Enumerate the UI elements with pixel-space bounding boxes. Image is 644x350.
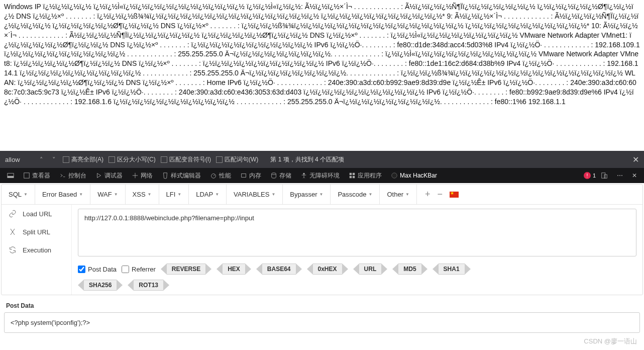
tab-storage[interactable]: 存储 xyxy=(266,168,295,183)
svg-rect-2 xyxy=(24,173,30,179)
tab-accessibility[interactable]: 无障碍环境 xyxy=(296,168,344,183)
post-data-input[interactable]: <?php system('ipconfig');?> xyxy=(4,312,640,333)
encoder-rot13[interactable]: ROT13 xyxy=(128,280,169,291)
watermark: CSDN @廖一语山 xyxy=(584,337,637,346)
menu-bypasser[interactable]: Bypasser▼ xyxy=(283,185,331,205)
post-data-section: Post Data <?php system('ipconfig');?> xyxy=(4,296,640,333)
encoder-reverse[interactable]: REVERSE xyxy=(161,264,211,275)
menu-waf[interactable]: WAF▼ xyxy=(90,185,125,205)
svg-rect-13 xyxy=(604,174,607,178)
split-url-button[interactable]: Split URL xyxy=(2,223,71,241)
svg-point-6 xyxy=(303,173,305,175)
encoder-base64[interactable]: BASE64 xyxy=(256,264,302,275)
menu-sql[interactable]: SQL▼ xyxy=(2,185,35,205)
execution-button[interactable]: Execution xyxy=(2,241,71,259)
svg-rect-1 xyxy=(8,176,14,178)
tab-memory[interactable]: 内存 xyxy=(236,168,265,183)
tab-debugger[interactable]: 调试器 xyxy=(91,168,127,183)
svg-rect-4 xyxy=(242,174,246,178)
svg-point-5 xyxy=(272,173,276,175)
svg-rect-10 xyxy=(353,176,355,178)
devtools-tabs: 查看器 控制台 调试器 网络 样式编辑器 性能 内存 存储 无障碍环境 应用程序… xyxy=(0,168,644,183)
diacritics-checkbox[interactable]: 匹配变音符号(I) xyxy=(161,155,211,164)
responsive-icon[interactable] xyxy=(597,168,612,183)
encoder-url[interactable]: URL xyxy=(353,264,388,275)
command-output: Windows IP ï¿½ï¿½ï¿½ï¿½ ï¿½ï¿½Ì«ï¿½ï¿½ï¿… xyxy=(0,0,644,151)
error-count[interactable]: !1 xyxy=(584,172,596,179)
find-next-icon[interactable]: ˅ xyxy=(50,156,58,163)
tab-inspector[interactable]: 查看器 xyxy=(19,168,54,183)
post-data-label: Post Data xyxy=(4,296,640,312)
tab-hackbar[interactable]: Max HacKBar xyxy=(387,168,441,183)
tab-network[interactable]: 网络 xyxy=(128,168,157,183)
match-case-checkbox[interactable]: 区分大小写(C) xyxy=(109,155,156,164)
highlight-all-checkbox[interactable]: 高亮全部(A) xyxy=(63,155,103,164)
whole-word-checkbox[interactable]: 匹配词句(W) xyxy=(216,155,258,164)
encoder-sha256[interactable]: SHA256 xyxy=(78,280,123,291)
svg-point-11 xyxy=(392,173,397,179)
dock-icon[interactable] xyxy=(3,168,18,183)
hackbar-panel: SQL▼Error Based▼WAF▼XSS▼LFI▼LDAP▼VARIABL… xyxy=(1,184,643,295)
referrer-checkbox[interactable]: Referrer xyxy=(122,266,156,273)
menu-xss[interactable]: XSS▼ xyxy=(126,185,159,205)
find-bar: ˄ ˅ 高亮全部(A) 区分大小写(C) 匹配变音符号(I) 匹配词句(W) 第… xyxy=(0,151,644,168)
menu-variables[interactable]: VARIABLES▼ xyxy=(227,185,283,205)
more-icon[interactable]: ⋯ xyxy=(613,168,627,183)
menu-passcode[interactable]: Passcode▼ xyxy=(331,185,380,205)
hackbar-menu-bar: SQL▼Error Based▼WAF▼XSS▼LFI▼LDAP▼VARIABL… xyxy=(2,185,642,205)
encoder-0xhex[interactable]: 0xHEX xyxy=(307,264,348,275)
find-prev-icon[interactable]: ˄ xyxy=(38,156,45,163)
tab-console[interactable]: 控制台 xyxy=(55,168,90,183)
menu-error-based[interactable]: Error Based▼ xyxy=(35,185,90,205)
encoder-sha1[interactable]: SHA1 xyxy=(433,264,471,275)
url-input[interactable]: http://127.0.0.1:8888/webinclude.php?fil… xyxy=(78,209,636,256)
menu-ldap[interactable]: LDAP▼ xyxy=(189,185,227,205)
encoder-md5[interactable]: MD5 xyxy=(392,264,427,275)
tab-application[interactable]: 应用程序 xyxy=(345,168,386,183)
devtools-close-icon[interactable]: ✕ xyxy=(628,168,641,183)
encoder-hex[interactable]: HEX xyxy=(217,264,251,275)
svg-rect-7 xyxy=(350,173,352,175)
add-button[interactable]: + xyxy=(425,189,431,200)
find-input[interactable] xyxy=(5,156,33,163)
find-status: 第 1 项，共找到 4 个匹配项 xyxy=(270,155,344,164)
tab-style[interactable]: 样式编辑器 xyxy=(158,168,205,183)
tab-performance[interactable]: 性能 xyxy=(206,168,235,183)
menu-other[interactable]: Other▼ xyxy=(380,185,416,205)
remove-button[interactable]: − xyxy=(437,189,443,200)
svg-rect-9 xyxy=(350,176,352,178)
load-url-button[interactable]: Load URL xyxy=(2,205,71,223)
svg-rect-12 xyxy=(602,173,605,179)
menu-lfi[interactable]: LFI▼ xyxy=(159,185,189,205)
close-icon[interactable]: ✕ xyxy=(632,155,639,164)
post-data-checkbox[interactable]: Post Data xyxy=(78,266,117,273)
svg-rect-8 xyxy=(353,173,355,175)
flag-icon[interactable] xyxy=(450,192,459,198)
